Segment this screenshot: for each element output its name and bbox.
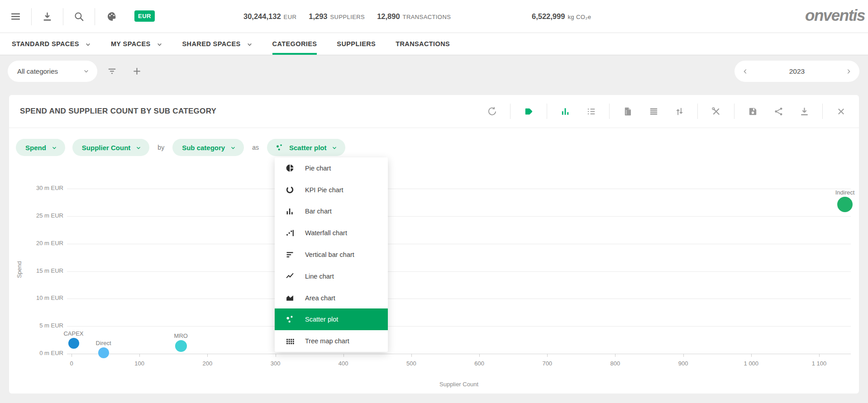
category-select[interactable]: All categories [8, 61, 97, 82]
search-button[interactable] [63, 0, 95, 33]
onventis-logo: onventis [805, 6, 865, 24]
tab-label: SUPPLIERS [337, 40, 376, 47]
menu-item-label: KPI Pie chart [305, 186, 343, 194]
menu-item-scatter-plot[interactable]: Scatter plot [275, 308, 388, 330]
stat-suppliers: 1,293 SUPPLIERS [309, 12, 365, 21]
x-tick-mark [139, 354, 140, 357]
download-icon [42, 11, 53, 22]
palette-icon [106, 11, 118, 22]
scatter-chart: Spend Supplier Count 0 m EUR5 m EUR10 m … [9, 95, 859, 394]
tab-suppliers[interactable]: SUPPLIERS [337, 33, 376, 55]
stat-spend: 30,244,132 EUR [243, 12, 296, 21]
filter-icon [107, 66, 117, 76]
tab-standard-spaces[interactable]: STANDARD SPACES [12, 33, 91, 55]
x-tick-mark [819, 354, 820, 357]
year-value[interactable]: 2023 [789, 67, 805, 76]
filter-bar: All categories 2023 [0, 55, 868, 87]
line-chart-icon [285, 271, 295, 281]
x-tick-mark [615, 354, 615, 357]
data-point-label: Direct [96, 340, 111, 346]
x-tick-label: 500 [406, 360, 416, 367]
x-tick-mark [479, 354, 480, 357]
menu-item-vertical-bar-chart[interactable]: Vertical bar chart [275, 244, 388, 266]
pie-chart-icon [285, 163, 295, 173]
menu-item-line-chart[interactable]: Line chart [275, 266, 388, 287]
y-tick-label: 15 m EUR [9, 267, 63, 274]
waterfall-chart-icon [285, 228, 295, 238]
download-button[interactable] [32, 0, 63, 33]
header-stats-co2: 6,522,999 kg CO₂e [532, 0, 591, 33]
area-chart-icon [285, 293, 295, 303]
y-tick-label: 30 m EUR [9, 185, 63, 191]
chevron-right-icon[interactable] [845, 68, 852, 75]
x-tick-mark [683, 354, 684, 357]
tab-my-spaces[interactable]: MY SPACES [111, 33, 162, 55]
stat-unit: TRANSACTIONS [403, 14, 451, 20]
plus-icon [132, 66, 142, 76]
menu-item-pie-chart[interactable]: Pie chart [275, 157, 388, 179]
x-tick-label: 200 [203, 360, 213, 367]
data-point-direct[interactable] [98, 347, 109, 358]
chevron-down-icon [85, 42, 91, 47]
data-point-label: CAPEX [63, 330, 83, 337]
x-tick-mark [276, 354, 276, 357]
menu-item-label: Tree map chart [305, 337, 349, 345]
header-stats: 30,244,132 EUR 1,293 SUPPLIERS 12,890 TR… [243, 0, 451, 33]
stat-value: 1,293 [309, 12, 327, 21]
filter-button[interactable] [101, 61, 122, 82]
add-filter-button[interactable] [126, 61, 147, 82]
x-tick-mark [207, 354, 208, 357]
x-tick-label: 700 [542, 360, 552, 367]
year-selector: 2023 [734, 61, 859, 82]
category-select-value: All categories [17, 67, 58, 75]
menu-item-tree-map-chart[interactable]: Tree map chart [275, 330, 388, 352]
menu-item-label: Scatter plot [305, 316, 338, 323]
tab-categories[interactable]: CATEGORIES [272, 33, 317, 55]
chevron-down-icon [83, 68, 89, 74]
chevron-down-icon [157, 42, 162, 47]
x-tick-label: 900 [678, 360, 688, 367]
data-point-label: MRO [174, 332, 188, 339]
tab-transactions[interactable]: TRANSACTIONS [396, 33, 450, 55]
x-tick-mark [343, 354, 344, 357]
menu-item-label: Vertical bar chart [305, 251, 354, 258]
stat-value: 30,244,132 [243, 12, 281, 21]
y-tick-label: 5 m EUR [9, 322, 63, 329]
theme-button[interactable] [95, 0, 129, 33]
x-tick-label: 600 [474, 360, 484, 367]
menu-item-bar-chart[interactable]: Bar chart [275, 201, 388, 223]
tab-shared-spaces[interactable]: SHARED SPACES [182, 33, 253, 55]
x-tick-mark [547, 354, 548, 357]
tab-label: TRANSACTIONS [396, 40, 450, 47]
x-tick-mark [751, 354, 752, 357]
hamburger-menu-button[interactable] [0, 0, 31, 33]
main-nav: STANDARD SPACES MY SPACES SHARED SPACES … [0, 33, 868, 55]
x-tick-mark [72, 354, 72, 357]
tab-label: CATEGORIES [272, 40, 317, 47]
menu-item-area-chart[interactable]: Area chart [275, 287, 388, 309]
search-icon [73, 11, 85, 22]
y-tick-label: 0 m EUR [9, 350, 63, 356]
stat-unit: kg CO₂e [568, 14, 591, 20]
y-tick-label: 10 m EUR [9, 294, 63, 301]
menu-item-waterfall-chart[interactable]: Waterfall chart [275, 222, 388, 244]
hamburger-icon [10, 11, 21, 22]
x-axis-title: Supplier Count [439, 381, 478, 388]
chevron-left-icon[interactable] [742, 68, 749, 75]
data-point-capex[interactable] [68, 338, 79, 349]
stat-transactions: 12,890 TRANSACTIONS [377, 12, 451, 21]
tree-map-chart-icon [285, 337, 295, 346]
menu-item-label: Bar chart [305, 208, 332, 215]
currency-badge[interactable]: EUR [134, 10, 155, 22]
data-point-label: Indirect [835, 189, 855, 196]
data-point-mro[interactable] [175, 340, 187, 352]
plot-area: CAPEXDirectMROIndirect [72, 189, 819, 354]
chevron-down-icon [247, 42, 253, 47]
scatter-plot-icon [285, 315, 295, 324]
x-tick-label: 0 [70, 360, 73, 367]
tab-label: SHARED SPACES [182, 40, 241, 47]
menu-item-kpi-pie-chart[interactable]: KPI Pie chart [275, 179, 388, 201]
vertical-bar-chart-icon [285, 250, 295, 260]
header-icon-group [0, 0, 129, 33]
stat-co2: 6,522,999 kg CO₂e [532, 12, 591, 21]
